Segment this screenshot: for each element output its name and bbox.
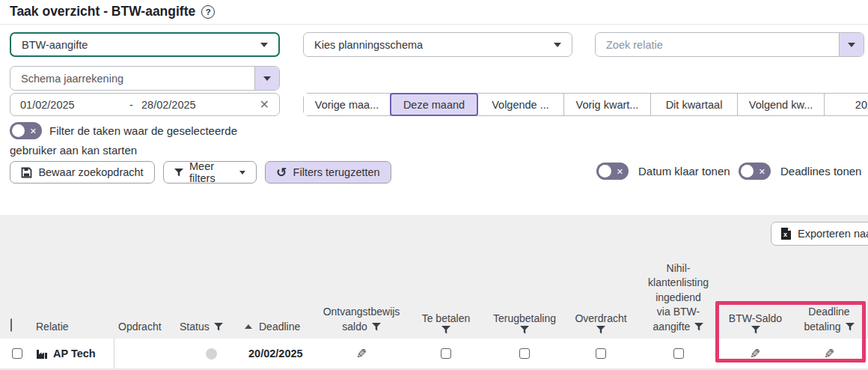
relation-search-dropdown-button[interactable] [839, 33, 864, 56]
nihil-klantenlisting-checkbox[interactable] [673, 348, 684, 359]
status-indicator [206, 348, 217, 360]
save-search-label: Bewaar zoekopdracht [38, 166, 143, 178]
deadline-betaling-cell: ✎ [793, 339, 865, 369]
tab-volgend-kwartaal[interactable]: Volgend kw... [738, 94, 825, 115]
sort-asc-icon[interactable] [245, 324, 252, 329]
show-deadlines-label: Deadlines tonen [780, 165, 861, 178]
tab-vorig-kwartaal[interactable]: Vorig kwart... [564, 94, 651, 115]
date-separator: - [129, 99, 141, 111]
planning-schema-select[interactable]: Kies planningsschema [303, 32, 572, 57]
te-betalen-checkbox[interactable] [441, 348, 451, 359]
ontvangstbewijs-saldo-cell: ✎ [317, 339, 406, 369]
page-title: Taak overzicht - BTW-aangifte ? [10, 4, 215, 19]
edit-pencil-icon[interactable]: ✎ [356, 348, 367, 360]
period-tabs: Vorige maa... Deze maand Volgende ... Vo… [303, 93, 868, 116]
status-cell [174, 339, 239, 369]
toggle-off-icon: ✕ [759, 166, 765, 176]
edit-pencil-icon[interactable]: ✎ [824, 348, 834, 360]
filter-icon[interactable] [596, 326, 605, 334]
export-button-label: Exporteren naa [798, 228, 868, 240]
tab-2024[interactable]: 2024 [825, 94, 868, 115]
show-date-done-group: ✕ Datum klaar tonen [596, 163, 730, 180]
filter-icon[interactable] [214, 323, 223, 331]
terugbetaling-cell [486, 339, 563, 369]
date-range-input[interactable]: 01/02/2025 - 28/02/2025 ✕ [10, 93, 280, 116]
task-type-value: BTW-aangifte [22, 39, 88, 51]
filter-icon[interactable] [846, 323, 855, 331]
save-icon [21, 167, 32, 178]
header-terugbetaling[interactable]: Terugbetaling [486, 312, 563, 335]
header-status[interactable]: Status [174, 320, 239, 335]
planning-schema-value: Kies planningsschema [314, 39, 423, 51]
user-task-filter: ✕ Filter de taken waar de geselecteerde [10, 122, 237, 139]
schema-dropdown-button[interactable] [254, 67, 279, 90]
header-relatie[interactable]: Relatie [30, 320, 114, 335]
clear-date-icon[interactable]: ✕ [260, 99, 269, 111]
undo-icon: ↺ [276, 166, 287, 179]
filter-icon[interactable] [751, 326, 760, 334]
row-checkbox[interactable] [12, 348, 22, 359]
chevron-down-icon [239, 171, 245, 175]
header-nihil-klantenlisting[interactable]: Nihil- klantenlisting ingediend via BTW-… [639, 261, 718, 335]
table-header: Relatie Opdracht Status Deadline Ontvang… [0, 255, 868, 339]
app-window: Taak overzicht - BTW-aangifte ? BTW-aang… [0, 0, 868, 370]
table-row: AP Tech 20/02/2025 ✎ [0, 339, 868, 369]
header-deadline-betaling[interactable]: Deadline betaling [793, 305, 865, 334]
user-task-toggle-label-line2: gebruiker aan kan starten [10, 144, 137, 157]
user-task-toggle[interactable]: ✕ [10, 122, 42, 139]
company-icon [36, 348, 48, 360]
header-select-all [10, 318, 28, 333]
relatie-name: AP Tech [53, 348, 96, 360]
page-title-text: Taak overzicht - BTW-aangifte [10, 4, 195, 19]
chevron-down-icon [263, 76, 271, 81]
header-opdracht[interactable]: Opdracht [114, 320, 174, 335]
more-filters-button[interactable]: Meer filters [163, 161, 257, 184]
title-divider [0, 24, 868, 25]
help-icon[interactable]: ? [201, 5, 215, 19]
header-deadline[interactable]: Deadline [239, 320, 317, 335]
show-date-done-label: Datum klaar tonen [638, 165, 730, 178]
export-button[interactable]: x Exporteren naa [771, 222, 868, 246]
tab-dit-kwartaal[interactable]: Dit kwartaal [651, 94, 738, 115]
header-te-betalen[interactable]: Te betalen [406, 312, 486, 335]
row-select-cell [10, 339, 28, 369]
filter-icon[interactable] [694, 323, 703, 331]
toggle-knob [599, 165, 611, 178]
chevron-down-icon [260, 43, 268, 47]
select-all-checkbox[interactable] [10, 318, 12, 332]
user-task-toggle-label-line1: Filter de taken waar de geselecteerde [49, 124, 237, 137]
schema-input[interactable] [10, 67, 254, 90]
relation-search-input[interactable] [596, 33, 839, 56]
date-to[interactable]: 28/02/2025 [141, 99, 196, 111]
toggle-knob [12, 124, 25, 137]
date-from[interactable]: 01/02/2025 [20, 99, 129, 111]
relation-search-combo [595, 32, 864, 57]
overdracht-checkbox[interactable] [596, 348, 606, 359]
nihil-klantenlisting-cell [639, 339, 718, 369]
tab-deze-maand[interactable]: Deze maand [390, 93, 478, 116]
deadline-value: 20/02/2025 [248, 348, 303, 360]
terugbetaling-checkbox[interactable] [519, 348, 530, 359]
header-overdracht[interactable]: Overdracht [563, 312, 639, 335]
header-btw-saldo[interactable]: BTW-Saldo [718, 312, 793, 335]
svg-text:x: x [783, 231, 787, 238]
tab-volgende-maand[interactable]: Volgende ... [477, 94, 564, 115]
edit-pencil-icon[interactable]: ✎ [750, 348, 760, 360]
save-search-button[interactable]: Bewaar zoekopdracht [10, 161, 155, 184]
task-type-select[interactable]: BTW-aangifte [10, 32, 280, 57]
show-deadlines-toggle[interactable]: ✕ [739, 163, 771, 180]
filter-icon[interactable] [372, 323, 381, 331]
btw-saldo-cell: ✎ [718, 339, 793, 369]
relatie-cell[interactable]: AP Tech [30, 339, 114, 369]
opdracht-cell [114, 339, 174, 369]
reset-filters-button[interactable]: ↺ Filters terugzetten [265, 161, 391, 184]
deadline-cell: 20/02/2025 [239, 339, 317, 369]
show-date-done-toggle[interactable]: ✕ [596, 163, 629, 180]
filter-icon[interactable] [441, 326, 450, 334]
tab-vorige-maand[interactable]: Vorige maa... [304, 94, 391, 115]
show-deadlines-group: ✕ Deadlines tonen [739, 163, 861, 180]
header-ontvangstbewijs-saldo[interactable]: Ontvangstbewijs saldo [317, 305, 406, 334]
filter-icon[interactable] [520, 326, 529, 334]
chevron-down-icon [848, 43, 855, 47]
reset-filters-label: Filters terugzetten [293, 166, 380, 178]
